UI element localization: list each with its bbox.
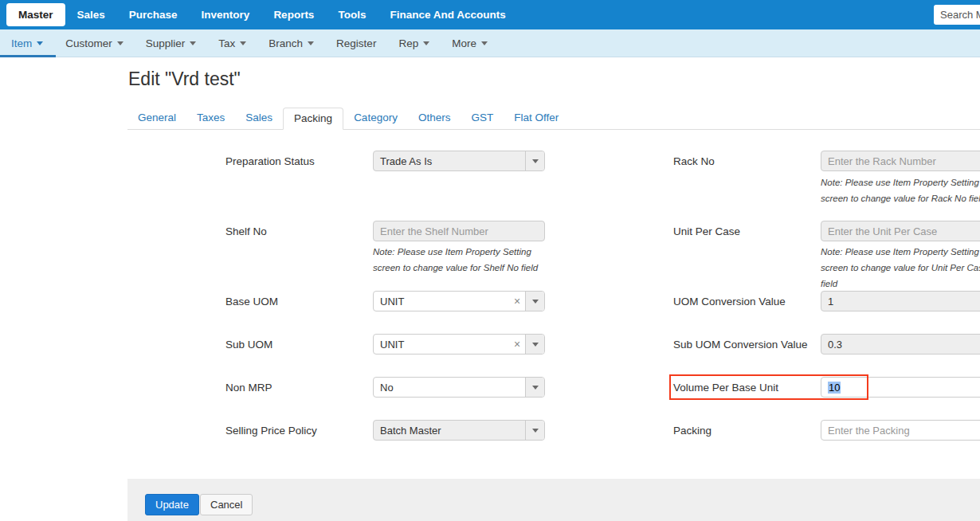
unit-per-case-label: Unit Per Case: [673, 225, 740, 237]
subnav-item-label: Tax: [218, 37, 235, 49]
rack-no-label: Rack No: [673, 155, 715, 167]
base-uom-label: Base UOM: [225, 296, 278, 308]
nav-item-master[interactable]: Master: [6, 3, 65, 26]
non-mrp-select[interactable]: No: [373, 377, 545, 398]
clear-icon[interactable]: ×: [509, 292, 525, 311]
uom-conversion-value-input[interactable]: [821, 291, 980, 311]
chevron-down-icon[interactable]: [525, 335, 544, 354]
packing-input[interactable]: [821, 420, 980, 441]
chevron-down-icon: [190, 41, 196, 45]
subnav-item-label: Supplier: [146, 37, 186, 49]
subnav-item-label: Rep: [398, 37, 418, 49]
shelf-no-input[interactable]: [373, 221, 545, 241]
chevron-down-icon: [240, 41, 246, 45]
subnav-item-label: Customer: [65, 37, 112, 49]
preparation-status-value: Trade As Is: [374, 155, 525, 167]
subnav-item-label: Register: [336, 37, 376, 49]
chevron-down-icon: [117, 41, 123, 45]
sub-nav-bar: Item Customer Supplier Tax Branch Regist…: [0, 29, 980, 57]
update-button[interactable]: Update: [145, 494, 199, 515]
selling-price-policy-value: Batch Master: [374, 425, 525, 437]
subnav-item-tax[interactable]: Tax: [207, 29, 257, 57]
subnav-item-customer[interactable]: Customer: [54, 29, 135, 57]
unit-per-case-note: Note: Please use Item Property Setting s…: [821, 244, 980, 292]
chevron-down-icon[interactable]: [525, 378, 544, 397]
volume-per-base-unit-input[interactable]: 10: [821, 377, 980, 398]
subnav-item-item[interactable]: Item: [0, 29, 54, 57]
subnav-item-label: Item: [11, 37, 32, 49]
chevron-down-icon: [37, 41, 43, 45]
nav-item-reports[interactable]: Reports: [261, 0, 326, 29]
shelf-no-note: Note: Please use Item Property Setting s…: [373, 244, 558, 276]
subnav-item-label: Branch: [269, 37, 303, 49]
app-window: Master Sales Purchase Inventory Reports …: [0, 0, 980, 521]
shelf-no-label: Shelf No: [225, 225, 267, 237]
sub-uom-value: UNIT: [374, 339, 509, 351]
tab-category[interactable]: Category: [343, 108, 408, 129]
nav-item-purchase[interactable]: Purchase: [117, 0, 190, 29]
form-tabs: General Taxes Sales Packing Category Oth…: [127, 108, 980, 130]
nav-item-tools[interactable]: Tools: [326, 0, 378, 29]
sub-uom-conversion-value-label: Sub UOM Conversion Value: [673, 339, 808, 351]
tab-packing[interactable]: Packing: [283, 108, 343, 130]
chevron-down-icon: [308, 41, 314, 45]
form-footer: [127, 479, 980, 521]
search-input[interactable]: [934, 5, 980, 25]
chevron-down-icon[interactable]: [525, 292, 544, 311]
subnav-item-label: More: [452, 37, 476, 49]
chevron-down-icon: [481, 41, 488, 45]
subnav-item-rep[interactable]: Rep: [387, 29, 441, 57]
base-uom-value: UNIT: [374, 296, 509, 308]
non-mrp-value: No: [374, 382, 525, 394]
subnav-item-register[interactable]: Register: [325, 29, 387, 57]
top-nav-bar: Master Sales Purchase Inventory Reports …: [0, 0, 980, 29]
uom-conversion-value-label: UOM Conversion Value: [673, 296, 786, 308]
page-title: Edit "Vrd test": [128, 69, 241, 90]
cancel-button[interactable]: Cancel: [200, 494, 253, 515]
subnav-item-more[interactable]: More: [441, 29, 499, 57]
rack-no-note: Note: Please use Item Property Setting s…: [821, 174, 980, 206]
tab-general[interactable]: General: [127, 108, 186, 129]
nav-item-finance-and-accounts[interactable]: Finance And Accounts: [378, 0, 517, 29]
subnav-item-branch[interactable]: Branch: [257, 29, 325, 57]
nav-item-sales[interactable]: Sales: [65, 0, 117, 29]
sub-uom-conversion-value-input[interactable]: [821, 334, 980, 355]
chevron-down-icon[interactable]: [525, 421, 544, 440]
tab-others[interactable]: Others: [408, 108, 461, 129]
packing-label: Packing: [673, 425, 711, 437]
preparation-status-label: Preparation Status: [225, 155, 315, 167]
nav-item-inventory[interactable]: Inventory: [190, 0, 262, 29]
clear-icon[interactable]: ×: [509, 335, 525, 354]
chevron-down-icon: [423, 41, 429, 45]
preparation-status-select[interactable]: Trade As Is: [373, 151, 545, 171]
tab-sales[interactable]: Sales: [235, 108, 283, 129]
selling-price-policy-label: Selling Price Policy: [225, 425, 317, 437]
non-mrp-label: Non MRP: [225, 382, 272, 394]
subnav-item-supplier[interactable]: Supplier: [135, 29, 208, 57]
base-uom-select[interactable]: UNIT ×: [373, 291, 545, 311]
tab-gst[interactable]: GST: [461, 108, 504, 129]
active-nav-indicator: [0, 55, 56, 57]
sub-uom-label: Sub UOM: [225, 339, 272, 351]
sub-uom-select[interactable]: UNIT ×: [373, 334, 545, 355]
selling-price-policy-select[interactable]: Batch Master: [373, 420, 545, 441]
chevron-down-icon[interactable]: [525, 151, 544, 170]
volume-per-base-unit-label: Volume Per Base Unit: [673, 382, 778, 394]
unit-per-case-input[interactable]: [821, 221, 980, 241]
tab-taxes[interactable]: Taxes: [186, 108, 235, 129]
tab-flat-offer[interactable]: Flat Offer: [504, 108, 569, 129]
selected-input-text: 10: [828, 382, 841, 394]
rack-no-input[interactable]: [821, 151, 980, 171]
